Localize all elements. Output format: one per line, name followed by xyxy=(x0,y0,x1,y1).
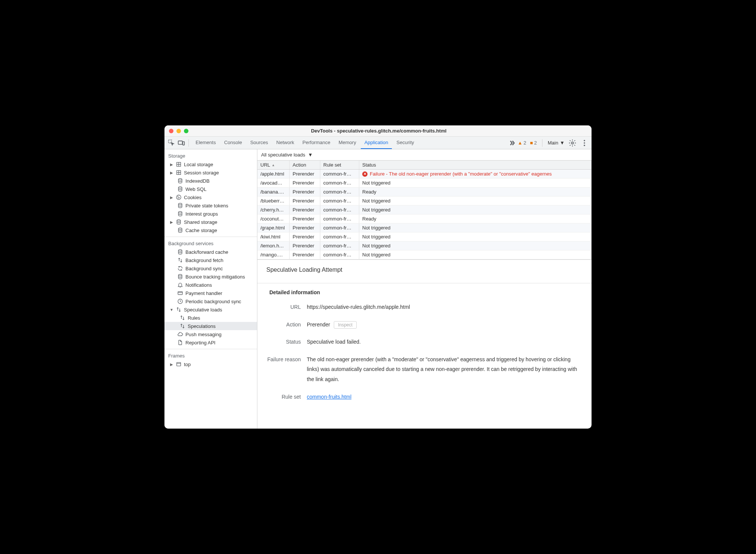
sidebar-item-label: IndexedDB xyxy=(185,178,209,184)
sidebar-item-label: Push messaging xyxy=(185,332,221,337)
ruleset-link[interactable]: common-fruits.html xyxy=(307,394,351,400)
sidebar-item-payment-handler[interactable]: Payment handler xyxy=(164,289,257,297)
tab-elements[interactable]: Elements xyxy=(192,137,220,149)
devtools-window: DevTools - speculative-rules.glitch.me/c… xyxy=(164,125,592,429)
warning-square-icon: ■ xyxy=(530,140,533,146)
sidebar-item-bounce-tracking-mitigations[interactable]: Bounce tracking mitigations xyxy=(164,273,257,281)
sidebar-item-shared-storage[interactable]: ▶Shared storage xyxy=(164,218,257,226)
db-icon xyxy=(177,203,183,208)
sidebar-item-push-messaging[interactable]: Push messaging xyxy=(164,330,257,338)
minimize-button[interactable] xyxy=(176,129,181,133)
table-row[interactable]: /cherry.h…Prerendercommon-fr…Not trigger… xyxy=(257,206,592,214)
body: Storage ▶Local storage▶Session storageIn… xyxy=(164,149,592,429)
cookie-icon xyxy=(176,194,182,200)
sidebar-item-background-fetch[interactable]: Background fetch xyxy=(164,256,257,264)
sidebar-item-reporting-api[interactable]: Reporting API xyxy=(164,338,257,347)
sidebar-item-rules[interactable]: Rules xyxy=(164,314,257,322)
sidebar-item-back-forward-cache[interactable]: Back/forward cache xyxy=(164,248,257,256)
sidebar-item-periodic-background-sync[interactable]: Periodic background sync xyxy=(164,297,257,305)
table-row[interactable]: /lemon.h…Prerendercommon-fr…Not triggere… xyxy=(257,241,592,250)
speculations-table: URL▲ Action Rule set Status /apple.htmlP… xyxy=(257,161,592,259)
table-row[interactable]: /grape.htmlPrerendercommon-fr…Not trigge… xyxy=(257,223,592,232)
table-row[interactable]: /kiwi.htmlPrerendercommon-fr…Not trigger… xyxy=(257,232,592,241)
table-row[interactable]: /blueberr…Prerendercommon-fr…Not trigger… xyxy=(257,197,592,206)
sidebar-item-private-state-tokens[interactable]: Private state tokens xyxy=(164,201,257,210)
main-target-dropdown[interactable]: Main ▼ xyxy=(548,140,565,146)
db-icon xyxy=(177,274,183,280)
table-row[interactable]: /avocad…Prerendercommon-fr…Not triggered xyxy=(257,179,592,188)
cell-ruleset: common-fr… xyxy=(320,232,359,241)
sidebar-item-label: Rules xyxy=(188,315,200,321)
sidebar-item-web-sql[interactable]: Web SQL xyxy=(164,185,257,193)
sync-icon xyxy=(177,265,183,271)
application-sidebar[interactable]: Storage ▶Local storage▶Session storageIn… xyxy=(164,149,257,429)
cell-action: Prerender xyxy=(290,197,320,205)
tab-memory[interactable]: Memory xyxy=(335,137,360,149)
table-header: URL▲ Action Rule set Status xyxy=(257,161,592,170)
cell-ruleset: common-fr… xyxy=(320,250,359,259)
inspect-button[interactable]: Inspect xyxy=(334,321,357,329)
cell-ruleset: common-fr… xyxy=(320,206,359,214)
failure-label: Failure reason xyxy=(266,354,301,384)
sidebar-item-indexeddb[interactable]: IndexedDB xyxy=(164,177,257,185)
svg-point-22 xyxy=(178,228,182,229)
detail-title: Speculative Loading Attempt xyxy=(266,267,583,273)
sidebar-item-interest-groups[interactable]: Interest groups xyxy=(164,210,257,218)
th-status[interactable]: Status xyxy=(359,161,592,169)
tab-console[interactable]: Console xyxy=(220,137,246,149)
sidebar-item-label: Interest groups xyxy=(185,211,218,217)
close-button[interactable] xyxy=(169,129,173,133)
sidebar-item-cache-storage[interactable]: Cache storage xyxy=(164,226,257,234)
tab-sources[interactable]: Sources xyxy=(247,137,272,149)
table-row[interactable]: /banana.…Prerendercommon-fr…Ready xyxy=(257,188,592,197)
tab-application[interactable]: Application xyxy=(361,137,392,149)
toolbar-right: ▲ 2 ■ 2 Main ▼ xyxy=(518,139,589,147)
tab-network[interactable]: Network xyxy=(273,137,298,149)
svg-point-17 xyxy=(179,198,179,198)
cell-url: /grape.html xyxy=(257,223,290,232)
sort-asc-icon: ▲ xyxy=(272,163,275,167)
sidebar-item-cookies[interactable]: ▶Cookies xyxy=(164,193,257,201)
kebab-icon[interactable] xyxy=(580,139,589,147)
panel-tabs: ElementsConsoleSourcesNetworkPerformance… xyxy=(192,137,506,149)
more-tabs-icon[interactable] xyxy=(508,139,516,147)
zoom-button[interactable] xyxy=(184,129,188,133)
table-row[interactable]: /mango.…Prerendercommon-fr…Not triggered xyxy=(257,250,592,259)
updown-icon xyxy=(179,315,185,321)
content-pane: All speculative loads ▼ URL▲ Action Rule… xyxy=(257,149,592,429)
gear-icon[interactable] xyxy=(568,139,577,147)
svg-rect-25 xyxy=(178,292,182,295)
sidebar-item-label: Bounce tracking mitigations xyxy=(185,274,245,280)
svg-point-14 xyxy=(178,187,182,188)
th-ruleset[interactable]: Rule set xyxy=(320,161,359,169)
device-icon[interactable] xyxy=(177,139,185,147)
inspect-icon[interactable] xyxy=(167,139,176,147)
issue-count: 2 xyxy=(534,140,537,146)
cell-action: Prerender xyxy=(290,223,320,232)
table-row[interactable]: /coconut…Prerendercommon-fr…Ready xyxy=(257,214,592,223)
sidebar-item-background-sync[interactable]: Background sync xyxy=(164,264,257,273)
sidebar-item-speculative-loads[interactable]: ▼Speculative loads xyxy=(164,305,257,314)
tab-performance[interactable]: Performance xyxy=(299,137,334,149)
warning-count: 2 xyxy=(524,140,526,146)
chevron-right-icon: ▶ xyxy=(170,362,173,366)
sidebar-item-label: Payment handler xyxy=(185,290,222,296)
warnings-square[interactable]: ■ 2 xyxy=(530,140,537,146)
tab-security[interactable]: Security xyxy=(393,137,418,149)
svg-point-4 xyxy=(584,140,585,141)
sidebar-item-session-storage[interactable]: ▶Session storage xyxy=(164,168,257,177)
table-row[interactable]: /apple.htmlPrerendercommon-fr…✕Failure -… xyxy=(257,170,592,179)
sidebar-item-speculations[interactable]: Speculations xyxy=(164,322,257,330)
sidebar-item-label: Background fetch xyxy=(185,258,223,263)
filter-dropdown[interactable]: All speculative loads ▼ xyxy=(261,152,313,158)
svg-point-19 xyxy=(178,203,182,205)
window-icon xyxy=(176,361,182,367)
cell-ruleset: common-fr… xyxy=(320,197,359,205)
th-url[interactable]: URL▲ xyxy=(257,161,290,169)
warnings-triangle[interactable]: ▲ 2 xyxy=(518,140,526,146)
sidebar-item-local-storage[interactable]: ▶Local storage xyxy=(164,160,257,168)
sidebar-item-top[interactable]: ▶top xyxy=(164,360,257,368)
db-icon xyxy=(176,219,182,225)
sidebar-item-notifications[interactable]: Notifications xyxy=(164,281,257,289)
th-action[interactable]: Action xyxy=(290,161,320,169)
